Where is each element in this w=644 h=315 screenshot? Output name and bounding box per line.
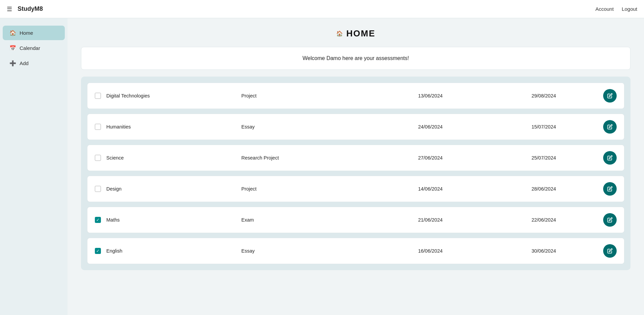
page-header-icon: 🏠 bbox=[336, 30, 343, 37]
welcome-card: Welcome Damo here are your assessments! bbox=[81, 47, 630, 70]
assessment-date-end: 30/06/2024 bbox=[490, 248, 598, 254]
sidebar-item-add-label: Add bbox=[20, 60, 29, 66]
app-title: StudyM8 bbox=[18, 5, 43, 12]
assessment-subject: Digital Technologies bbox=[106, 93, 236, 98]
assessment-type: Project bbox=[241, 93, 371, 98]
assessment-subject: English bbox=[106, 248, 236, 254]
welcome-message: Welcome Damo here are your assessments! bbox=[302, 55, 409, 61]
edit-button[interactable] bbox=[603, 182, 617, 196]
hamburger-icon[interactable]: ☰ bbox=[7, 5, 12, 13]
assessment-date-start: 14/06/2024 bbox=[376, 186, 484, 192]
assessment-type: Essay bbox=[241, 124, 371, 130]
sidebar-item-add[interactable]: ➕ Add bbox=[3, 56, 65, 70]
assessment-type: Research Project bbox=[241, 155, 371, 161]
page-header: 🏠 HOME bbox=[81, 28, 630, 39]
table-row: Digital TechnologiesProject13/06/202429/… bbox=[87, 83, 624, 109]
logout-link[interactable]: Logout bbox=[622, 6, 637, 12]
topnav-left: ☰ StudyM8 bbox=[7, 5, 43, 13]
sidebar-item-calendar-label: Calendar bbox=[20, 45, 40, 51]
sidebar-item-calendar[interactable]: 📅 Calendar bbox=[3, 41, 65, 55]
edit-button[interactable] bbox=[603, 244, 617, 258]
table-row: EnglishEssay16/06/202430/06/2024 bbox=[87, 238, 624, 264]
account-link[interactable]: Account bbox=[595, 6, 614, 12]
assessment-date-end: 28/06/2024 bbox=[490, 186, 598, 192]
calendar-icon: 📅 bbox=[9, 45, 16, 51]
home-icon: 🏠 bbox=[9, 30, 16, 36]
assessment-checkbox[interactable] bbox=[95, 124, 101, 130]
page-title: HOME bbox=[346, 28, 375, 39]
assessment-date-start: 27/06/2024 bbox=[376, 155, 484, 161]
table-row: HumanitiesEssay24/06/202415/07/2024 bbox=[87, 114, 624, 140]
assessment-subject: Maths bbox=[106, 217, 236, 223]
assessment-subject: Design bbox=[106, 186, 236, 192]
assessment-date-end: 22/06/2024 bbox=[490, 217, 598, 223]
sidebar-item-home[interactable]: 🏠 Home bbox=[3, 26, 65, 40]
assessment-date-start: 13/06/2024 bbox=[376, 93, 484, 98]
edit-button[interactable] bbox=[603, 151, 617, 165]
table-row: DesignProject14/06/202428/06/2024 bbox=[87, 176, 624, 202]
assessment-checkbox[interactable] bbox=[95, 93, 101, 99]
assessment-checkbox[interactable] bbox=[95, 155, 101, 161]
assessment-date-end: 15/07/2024 bbox=[490, 124, 598, 130]
assessment-type: Essay bbox=[241, 248, 371, 254]
table-row: ScienceResearch Project27/06/202425/07/2… bbox=[87, 145, 624, 171]
assessment-date-start: 21/06/2024 bbox=[376, 217, 484, 223]
layout: 🏠 Home 📅 Calendar ➕ Add 🏠 HOME Welcome D… bbox=[0, 18, 644, 315]
assessment-date-start: 16/06/2024 bbox=[376, 248, 484, 254]
assessment-checkbox[interactable] bbox=[95, 186, 101, 192]
edit-button[interactable] bbox=[603, 120, 617, 134]
assessment-date-end: 29/08/2024 bbox=[490, 93, 598, 98]
assessment-checkbox[interactable] bbox=[95, 217, 101, 223]
table-row: MathsExam21/06/202422/06/2024 bbox=[87, 207, 624, 233]
topnav: ☰ StudyM8 Account Logout bbox=[0, 0, 644, 18]
assessment-type: Project bbox=[241, 186, 371, 192]
assessment-date-start: 24/06/2024 bbox=[376, 124, 484, 130]
main-content: 🏠 HOME Welcome Damo here are your assess… bbox=[68, 18, 644, 315]
assessment-type: Exam bbox=[241, 217, 371, 223]
sidebar: 🏠 Home 📅 Calendar ➕ Add bbox=[0, 18, 68, 315]
topnav-right: Account Logout bbox=[595, 6, 637, 12]
assessment-checkbox[interactable] bbox=[95, 248, 101, 254]
edit-button[interactable] bbox=[603, 213, 617, 227]
assessments-container: Digital TechnologiesProject13/06/202429/… bbox=[81, 77, 630, 270]
assessment-subject: Humanities bbox=[106, 124, 236, 130]
sidebar-item-home-label: Home bbox=[20, 30, 33, 36]
add-icon: ➕ bbox=[9, 60, 16, 66]
edit-button[interactable] bbox=[603, 89, 617, 103]
assessment-subject: Science bbox=[106, 155, 236, 161]
assessment-date-end: 25/07/2024 bbox=[490, 155, 598, 161]
